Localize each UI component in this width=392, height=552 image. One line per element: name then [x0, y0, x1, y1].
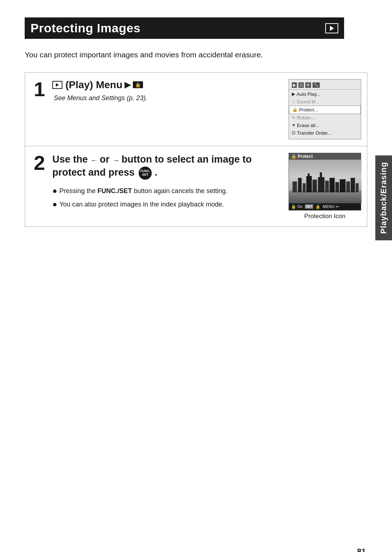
footer-protect-icon: 🔒	[315, 204, 320, 209]
play-menu-icon	[52, 81, 62, 89]
page-number: 81	[357, 547, 366, 552]
step-2-header: Use the ← or → button to select an image…	[52, 153, 281, 180]
protect-menu-icon: 🔒	[292, 107, 298, 112]
menu-item-sound: ♫ Sound M...	[289, 98, 361, 106]
cam-icon-play: ▶	[292, 82, 297, 88]
camera-screen: 🔒 Protect	[289, 153, 361, 210]
footer-set-btn: SET	[305, 204, 314, 209]
svg-rect-8	[318, 177, 324, 192]
arrow-right-icon: →	[112, 156, 122, 164]
svg-rect-10	[325, 181, 329, 192]
autoplay-icon: ▶	[292, 91, 295, 97]
menu-item-transfer: ⊡ Transfer Order...	[289, 129, 361, 137]
arrow-left-icon: ←	[90, 156, 100, 164]
steps-container: 1 (Play) Menu ▶ 🔒 See Menus an	[25, 72, 367, 227]
play-icon-box	[325, 23, 338, 33]
play-triangle-icon	[330, 26, 334, 31]
protection-icon-caption: Protection Icon	[289, 213, 361, 220]
svg-rect-16	[356, 183, 359, 192]
camera-screen-footer: 🔒 On SET 🔒 MENU ↩	[289, 203, 361, 210]
cam-icon-set: ⚙	[305, 82, 311, 88]
bullet-item-1: ● Pressing the FUNC./SET button again ca…	[52, 186, 281, 196]
step-1-see-text: See Menus and Settings (p. 23).	[52, 94, 281, 102]
bullet-item-2: ● You can also protect images in the ind…	[52, 200, 281, 209]
camera-screen-header: 🔒 Protect	[289, 153, 361, 160]
header-bar: Protecting Images	[25, 17, 344, 39]
svg-rect-2	[293, 181, 297, 192]
camera-menu: ▶ ⊡ ⚙ 🔧 ▶ Auto Play... ♫ So	[289, 79, 361, 139]
menu-item-rotate: ↻ Rotate...	[289, 114, 361, 122]
svg-rect-15	[351, 178, 355, 192]
camera-screen-image	[289, 160, 361, 203]
step-2-content: Use the ← or → button to select an image…	[52, 146, 367, 226]
svg-rect-5	[306, 176, 312, 192]
step-1-number: 1	[25, 73, 52, 106]
step-2: 2 Use the ← or → button to select an ima…	[25, 146, 367, 226]
step-1-header: (Play) Menu ▶ 🔒	[52, 79, 281, 91]
step-1-left: (Play) Menu ▶ 🔒 See Menus and Settings (…	[52, 79, 281, 106]
cam-icon-wrench: 🔧	[313, 82, 320, 88]
footer-menu-text: MENU ↩	[323, 204, 339, 209]
step-2-bullets: ● Pressing the FUNC./SET button again ca…	[52, 186, 281, 209]
bullet-dot-2: ●	[52, 200, 57, 209]
func-set-button: FUNC.SET	[139, 167, 152, 180]
sidebar-tab: Playback/Erasing	[375, 155, 392, 240]
svg-rect-7	[313, 180, 317, 192]
page-title: Protecting Images	[30, 21, 140, 35]
step-1-title: (Play) Menu	[65, 79, 122, 91]
step-2-layout: Use the ← or → button to select an image…	[52, 153, 361, 220]
step-1-right: ▶ ⊡ ⚙ 🔧 ▶ Auto Play... ♫ So	[289, 79, 361, 139]
svg-rect-4	[303, 183, 306, 192]
protect-screen-label: 🔒 Protect	[291, 154, 313, 159]
menu-item-protect: 🔒 Protect...	[289, 106, 361, 114]
svg-rect-11	[330, 178, 335, 192]
step-2-right: 🔒 Protect	[289, 153, 361, 220]
step-1-arrow: ▶	[124, 80, 131, 90]
sound-icon: ♫	[292, 99, 295, 104]
play-tri-icon	[56, 83, 59, 87]
cam-icon-img: ⊡	[298, 82, 304, 88]
camera-menu-icons: ▶ ⊡ ⚙ 🔧	[289, 82, 361, 90]
step-1-layout: (Play) Menu ▶ 🔒 See Menus and Settings (…	[52, 79, 361, 139]
intro-text: You can protect important images and mov…	[25, 49, 367, 61]
step-2-left: Use the ← or → button to select an image…	[52, 153, 281, 213]
menu-item-autoplay: ▶ Auto Play...	[289, 90, 361, 98]
step-1-content: (Play) Menu ▶ 🔒 See Menus and Settings (…	[52, 73, 367, 146]
svg-rect-3	[298, 178, 302, 192]
rotate-icon: ↻	[292, 115, 295, 120]
footer-lock-icon: 🔒 On	[291, 204, 303, 209]
skyline-svg	[289, 160, 362, 203]
protect-icon-inline: 🔒	[133, 81, 143, 88]
svg-rect-13	[340, 179, 346, 192]
menu-item-eraseall: ✦ Erase all...	[289, 122, 361, 129]
svg-rect-9	[320, 172, 322, 178]
page-container: Protecting Images You can protect import…	[0, 17, 392, 552]
svg-rect-6	[308, 173, 310, 177]
svg-rect-14	[346, 181, 350, 192]
step-1: 1 (Play) Menu ▶ 🔒 See Menus an	[25, 73, 367, 146]
transfer-icon: ⊡	[292, 130, 295, 135]
bullet-dot-1: ●	[52, 186, 57, 196]
erase-icon: ✦	[292, 123, 295, 128]
svg-rect-12	[335, 182, 339, 192]
svg-rect-1	[289, 191, 362, 203]
step-2-number: 2	[25, 146, 52, 180]
